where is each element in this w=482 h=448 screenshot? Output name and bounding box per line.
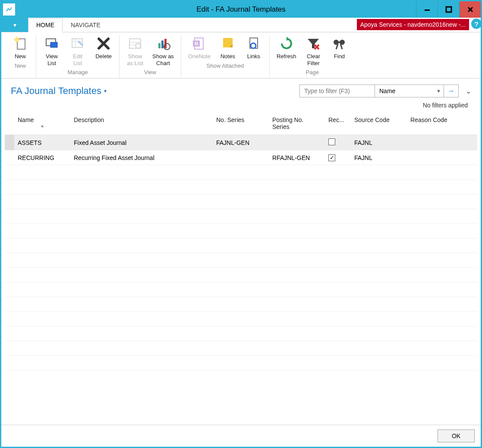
cell-no-series[interactable]: FAJNL-GEN [213, 135, 269, 150]
table-row-empty [5, 356, 477, 370]
cell-reason-code[interactable] [407, 135, 477, 150]
table-row-empty [5, 238, 477, 253]
svg-rect-38 [334, 41, 344, 43]
titlebar: Edit - FA Journal Templates [1, 1, 481, 18]
clear-filter-label: ClearFilter [307, 53, 320, 66]
col-source-code[interactable]: Source Code [351, 112, 407, 135]
edit-list-button[interactable]: EditList [66, 35, 89, 67]
cell-name[interactable]: RECURRING [14, 150, 70, 165]
cell-name[interactable]: ASSETS [14, 135, 70, 150]
delete-button[interactable]: Delete [92, 35, 115, 67]
expand-filter-button[interactable]: ⌄ [466, 87, 471, 95]
filter-field-value: Name [379, 88, 395, 94]
cell-recurring[interactable] [325, 135, 351, 150]
delete-label: Delete [95, 53, 112, 60]
svg-point-6 [15, 38, 19, 42]
edit-list-icon [70, 36, 85, 51]
cell-source-code[interactable]: FAJNL [351, 150, 407, 165]
links-icon [246, 36, 261, 51]
tab-home[interactable]: HOME [28, 18, 63, 32]
clear-filter-button[interactable]: ClearFilter [302, 35, 324, 67]
checkbox-icon[interactable] [328, 138, 335, 145]
cell-posting-no-series[interactable]: RFAJNL-GEN [269, 150, 325, 165]
filter-input[interactable] [299, 85, 375, 97]
row-selector[interactable] [5, 135, 14, 150]
ribbon: New New ViewList EditList Delete [1, 32, 481, 78]
onenote-icon: N [192, 36, 207, 51]
svg-rect-2 [446, 7, 451, 12]
table-row-empty [5, 209, 477, 224]
content-header: FA Journal Templates ▾ Name ▼ → ⌄ [1, 78, 481, 100]
col-reason-code[interactable]: Reason Code [407, 112, 477, 135]
maximize-button[interactable] [438, 1, 459, 18]
svg-rect-1 [425, 9, 430, 11]
table-row-empty [5, 268, 477, 282]
find-button[interactable]: Find [328, 35, 350, 67]
table-row[interactable]: RECURRINGRecurring Fixed Asset JournalRF… [5, 150, 477, 165]
filter-field-select[interactable]: Name ▼ [375, 85, 444, 97]
links-label: Links [247, 53, 260, 60]
svg-rect-12 [50, 42, 57, 47]
page-title-text: FA Journal Templates [11, 85, 101, 97]
cell-source-code[interactable]: FAJNL [351, 135, 407, 150]
list-icon [127, 36, 143, 51]
chart-icon [155, 36, 171, 51]
tab-navigate[interactable]: NAVIGATE [63, 18, 109, 32]
notes-icon [220, 36, 236, 51]
grid: Name▲ Description No. Series Posting No.… [1, 112, 481, 425]
view-list-button[interactable]: ViewList [41, 35, 63, 67]
show-as-chart-label: Show asChart [152, 53, 174, 66]
table-row-empty [5, 165, 477, 180]
cell-description[interactable]: Recurring Fixed Asset Journal [70, 150, 213, 165]
refresh-icon [279, 36, 294, 51]
filter-apply-button[interactable]: → [444, 85, 459, 97]
chevron-down-icon: ▼ [436, 88, 441, 94]
ok-button[interactable]: OK [438, 429, 475, 442]
ribbon-tab-strip: ▾ HOME NAVIGATE Apoya Services - navdemo… [1, 18, 481, 32]
show-as-list-button[interactable]: Showas List [124, 35, 146, 67]
notes-label: Notes [221, 53, 235, 60]
col-selector[interactable] [5, 112, 14, 135]
close-button[interactable] [459, 1, 481, 18]
onenote-button[interactable]: N OneNote [186, 35, 213, 61]
group-show-attached-label: Show Attached [207, 61, 244, 72]
table-row[interactable]: ASSETSFixed Asset JournalFAJNL-GENFAJNL [5, 135, 477, 150]
row-selector[interactable] [5, 150, 14, 165]
table-row-empty [5, 297, 477, 312]
show-as-list-label: Showas List [127, 53, 143, 66]
col-description[interactable]: Description [70, 112, 213, 135]
page-title[interactable]: FA Journal Templates ▾ [11, 85, 107, 97]
clear-filter-icon [306, 36, 321, 51]
svg-text:N: N [195, 41, 198, 46]
cell-no-series[interactable] [213, 150, 269, 165]
group-manage-label: Manage [68, 67, 88, 78]
col-name[interactable]: Name▲ [14, 112, 70, 135]
col-no-series[interactable]: No. Series [213, 112, 269, 135]
group-page-label: Page [306, 67, 319, 78]
view-list-icon [44, 36, 60, 51]
cell-recurring[interactable]: ✓ [325, 150, 351, 165]
refresh-button[interactable]: Refresh [274, 35, 299, 67]
delete-icon [96, 36, 111, 51]
cell-description[interactable]: Fixed Asset Journal [70, 135, 213, 150]
cell-posting-no-series[interactable] [269, 135, 325, 150]
group-view-label: View [144, 67, 156, 78]
app-icon [3, 3, 15, 16]
cell-reason-code[interactable] [407, 150, 477, 165]
file-menu[interactable]: ▾ [1, 18, 28, 32]
links-button[interactable]: Links [243, 35, 265, 61]
table-row-empty [5, 194, 477, 209]
col-recurring[interactable]: Rec... [325, 112, 351, 135]
onenote-label: OneNote [188, 53, 211, 60]
new-button[interactable]: New [9, 35, 32, 61]
checkbox-icon[interactable]: ✓ [328, 154, 335, 161]
table-row-empty [5, 341, 477, 356]
minimize-button[interactable] [416, 1, 438, 18]
table-row-empty [5, 282, 477, 297]
col-posting-no-series[interactable]: Posting No. Series [269, 112, 325, 135]
svg-rect-22 [158, 43, 161, 48]
help-icon[interactable]: ? [471, 19, 482, 29]
show-as-chart-button[interactable]: Show asChart [150, 35, 176, 67]
company-banner: Apoya Services - navdemo2016new -... [357, 19, 469, 30]
notes-button[interactable]: Notes [217, 35, 239, 61]
